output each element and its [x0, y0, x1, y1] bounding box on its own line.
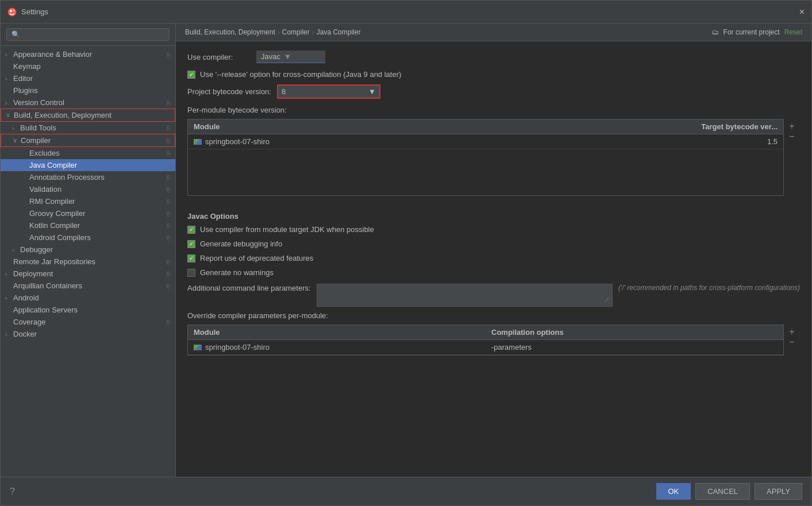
use-compiler-row: Use compiler: Javac ▼	[187, 51, 800, 63]
sidebar-item-label: Build Tools	[20, 123, 164, 132]
search-input[interactable]	[6, 28, 170, 41]
use-compiler-dropdown[interactable]: Javac ▼	[256, 51, 325, 63]
sidebar-item-application-servers[interactable]: Application Servers	[1, 304, 175, 316]
release-option-row: ✓ Use '--release' option for cross-compi…	[187, 70, 800, 79]
sidebar-item-arquillian[interactable]: Arquillian Containers ⎘	[1, 280, 175, 292]
check1: ✓	[189, 226, 194, 233]
module-name: springboot-07-shiro	[205, 137, 270, 146]
breadcrumb: Build, Execution, Deployment › Compiler …	[185, 28, 360, 36]
sidebar-tree: › Appearance & Behavior ⎘ Keymap › Edito…	[1, 46, 175, 477]
sidebar-item-groovy-compiler[interactable]: Groovy Compiler ⎘	[1, 207, 175, 219]
search-bar	[1, 24, 175, 46]
override-opts-cell: -parameters	[486, 340, 783, 354]
copy-icon: ⎘	[167, 99, 171, 106]
javac-options-section: Javac Options ✓ Use compiler from module…	[187, 212, 800, 277]
sidebar-item-debugger[interactable]: › Debugger	[1, 244, 175, 256]
cmd-params-area: ⤢	[317, 284, 613, 307]
override-table-wrapper: Module Compilation options springboot-07…	[187, 325, 800, 364]
add-override-button[interactable]: +	[786, 327, 798, 337]
sidebar-item-build-tools[interactable]: › Build Tools ⎘	[1, 122, 175, 134]
sidebar: › Appearance & Behavior ⎘ Keymap › Edito…	[1, 24, 176, 477]
sidebar-item-android-compilers[interactable]: Android Compilers ⎘	[1, 231, 175, 244]
copy-icon: ⎘	[167, 125, 171, 132]
copy-icon: ⎘	[167, 258, 171, 265]
override-opts-col: Compilation options	[486, 325, 783, 339]
sidebar-item-excludes[interactable]: Excludes ⎘	[1, 147, 175, 159]
svg-point-2	[13, 9, 15, 11]
sidebar-item-keymap[interactable]: Keymap	[1, 60, 175, 72]
javac-opt3-checkbox[interactable]: ✓	[187, 254, 195, 262]
check3: ✓	[189, 255, 194, 261]
checkbox-check: ✓	[189, 71, 194, 78]
close-button[interactable]: ×	[799, 7, 805, 17]
content-area: › Appearance & Behavior ⎘ Keymap › Edito…	[1, 24, 811, 477]
sidebar-item-plugins[interactable]: Plugins	[1, 84, 175, 96]
sidebar-item-kotlin-compiler[interactable]: Kotlin Compiler ⎘	[1, 219, 175, 231]
breadcrumb-bar: Build, Execution, Deployment › Compiler …	[176, 24, 811, 41]
compiler-value: Javac	[261, 52, 280, 61]
apply-button[interactable]: APPLY	[755, 483, 802, 500]
cancel-button[interactable]: CANCEL	[695, 483, 750, 500]
sidebar-item-label: Debugger	[20, 245, 171, 254]
sidebar-item-label: Arquillian Containers	[13, 281, 164, 290]
sidebar-item-coverage[interactable]: Coverage ⎘	[1, 316, 175, 328]
sidebar-item-remote-jar[interactable]: Remote Jar Repositories ⎘	[1, 256, 175, 268]
javac-opt1-checkbox[interactable]: ✓	[187, 226, 195, 234]
tree-arrow: ›	[5, 75, 13, 82]
help-button[interactable]: ?	[10, 486, 15, 497]
sidebar-item-label: Appearance & Behavior	[13, 50, 164, 59]
copy-icon: ⎘	[167, 210, 171, 217]
override-module-cell: springboot-07-shiro	[188, 340, 486, 354]
tree-arrow: ›	[5, 51, 13, 58]
javac-opt4-checkbox[interactable]	[187, 269, 195, 277]
remove-override-button[interactable]: −	[786, 337, 798, 347]
sidebar-item-label: Application Servers	[13, 306, 171, 314]
expand-icon[interactable]: ⤢	[604, 296, 610, 304]
javac-opt2-checkbox[interactable]: ✓	[187, 240, 195, 248]
sidebar-item-label: Version Control	[13, 98, 164, 107]
for-current-project-label: For current project	[724, 28, 780, 36]
sidebar-item-build-execution-deployment[interactable]: ∨ Build, Execution, Deployment	[1, 109, 175, 122]
override-table-row[interactable]: springboot-07-shiro -parameters	[188, 340, 783, 355]
sidebar-item-docker[interactable]: › Docker	[1, 328, 175, 340]
override-label: Override compiler parameters per-module:	[187, 311, 800, 320]
override-section: Override compiler parameters per-module:…	[187, 311, 800, 364]
sidebar-item-deployment[interactable]: › Deployment ⎘	[1, 268, 175, 280]
sidebar-item-annotation-processors[interactable]: Annotation Processors ⎘	[1, 171, 175, 183]
reset-link[interactable]: Reset	[784, 28, 802, 36]
sidebar-item-label: Deployment	[13, 269, 164, 278]
copy-icon: ⎘	[166, 137, 170, 144]
copy-icon: ⎘	[167, 186, 171, 193]
javac-option-4: Generate no warnings	[187, 268, 800, 277]
sidebar-item-validation[interactable]: Validation ⎘	[1, 183, 175, 195]
tree-arrow: ›	[12, 125, 20, 132]
bytecode-select[interactable]: 8 ▼	[277, 84, 380, 99]
table-row[interactable]: springboot-07-shiro 1.5	[188, 134, 783, 149]
copy-icon: ⎘	[167, 222, 171, 229]
copy-icon: ⎘	[167, 174, 171, 181]
copy-icon: ⎘	[167, 51, 171, 58]
module-table-actions: + −	[784, 119, 800, 142]
breadcrumb-item-2[interactable]: Compiler	[282, 28, 310, 36]
sidebar-item-label: Kotlin Compiler	[29, 221, 164, 230]
remove-module-button[interactable]: −	[786, 132, 798, 142]
sidebar-item-compiler[interactable]: ∨ Compiler ⎘	[1, 134, 175, 147]
sidebar-item-android[interactable]: › Android	[1, 292, 175, 304]
sidebar-item-editor[interactable]: › Editor	[1, 72, 175, 84]
copy-icon: ⎘	[167, 234, 171, 241]
sidebar-item-appearance[interactable]: › Appearance & Behavior ⎘	[1, 48, 175, 60]
bottom-bar: ? OK CANCEL APPLY	[1, 477, 811, 505]
copy-icon: ⎘	[167, 162, 171, 169]
sidebar-item-label: Validation	[29, 185, 164, 194]
ok-button[interactable]: OK	[656, 483, 691, 500]
cmd-params-input[interactable]: ⤢	[317, 284, 613, 307]
sidebar-item-rmi-compiler[interactable]: RMI Compiler ⎘	[1, 195, 175, 207]
sidebar-item-java-compiler[interactable]: Java Compiler ⎘	[1, 159, 175, 171]
panel-content: Use compiler: Javac ▼ ✓ Use '--release' …	[176, 41, 811, 477]
add-module-button[interactable]: +	[786, 121, 798, 132]
tree-arrow: ›	[5, 271, 13, 277]
sidebar-item-version-control[interactable]: › Version Control ⎘	[1, 96, 175, 109]
breadcrumb-item-1[interactable]: Build, Execution, Deployment	[185, 28, 275, 36]
release-option-checkbox[interactable]: ✓	[187, 71, 195, 79]
breadcrumb-item-3[interactable]: Java Compiler	[317, 28, 361, 36]
